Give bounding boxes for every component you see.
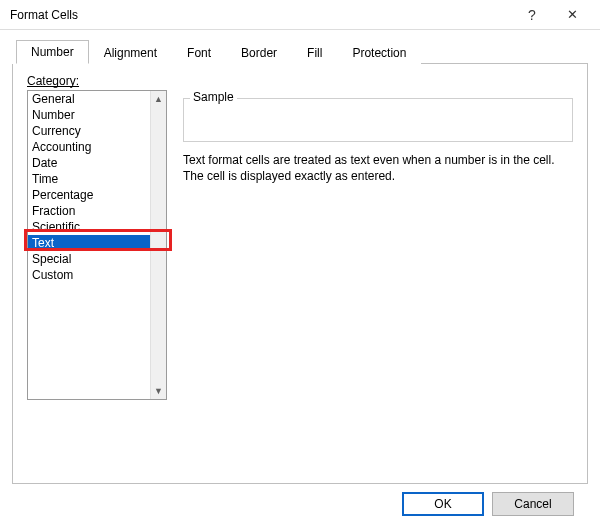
list-item[interactable]: Special [28, 251, 150, 267]
list-item[interactable]: Time [28, 171, 150, 187]
list-item[interactable]: Date [28, 155, 150, 171]
list-item-selected[interactable]: Text [28, 235, 150, 251]
right-pane: Sample Text format cells are treated as … [183, 90, 573, 400]
list-item[interactable]: Accounting [28, 139, 150, 155]
tab-fill[interactable]: Fill [292, 41, 337, 64]
sample-label: Sample [190, 90, 237, 104]
list-item[interactable]: Currency [28, 123, 150, 139]
list-item[interactable]: Custom [28, 267, 150, 283]
category-listbox-inner: General Number Currency Accounting Date … [28, 91, 166, 399]
tab-font[interactable]: Font [172, 41, 226, 64]
tab-alignment[interactable]: Alignment [89, 41, 172, 64]
tab-strip: Number Alignment Font Border Fill Protec… [16, 38, 588, 64]
list-item[interactable]: Scientific [28, 219, 150, 235]
tab-panel-number: Category: General Number Currency Accoun… [12, 64, 588, 484]
content-row: General Number Currency Accounting Date … [27, 90, 573, 400]
listbox-scrollbar[interactable]: ▲ ▼ [150, 91, 166, 399]
list-item[interactable]: Number [28, 107, 150, 123]
titlebar: Format Cells ? ✕ [0, 0, 600, 30]
tab-number[interactable]: Number [16, 40, 89, 64]
close-button[interactable]: ✕ [552, 1, 592, 29]
format-description: Text format cells are treated as text ev… [183, 152, 573, 184]
category-label: Category: [27, 74, 79, 88]
ok-button[interactable]: OK [402, 492, 484, 516]
list-item[interactable]: General [28, 91, 150, 107]
category-listbox[interactable]: General Number Currency Accounting Date … [27, 90, 167, 400]
list-item[interactable]: Percentage [28, 187, 150, 203]
dialog-body: Number Alignment Font Border Fill Protec… [0, 30, 600, 516]
tab-border[interactable]: Border [226, 41, 292, 64]
window-title: Format Cells [10, 8, 512, 22]
sample-group: Sample [183, 98, 573, 142]
scroll-down-icon[interactable]: ▼ [151, 383, 166, 399]
help-button[interactable]: ? [512, 1, 552, 29]
scroll-up-icon[interactable]: ▲ [151, 91, 166, 107]
dialog-button-row: OK Cancel [12, 484, 588, 516]
list-item[interactable]: Fraction [28, 203, 150, 219]
tab-protection[interactable]: Protection [337, 41, 421, 64]
cancel-button[interactable]: Cancel [492, 492, 574, 516]
